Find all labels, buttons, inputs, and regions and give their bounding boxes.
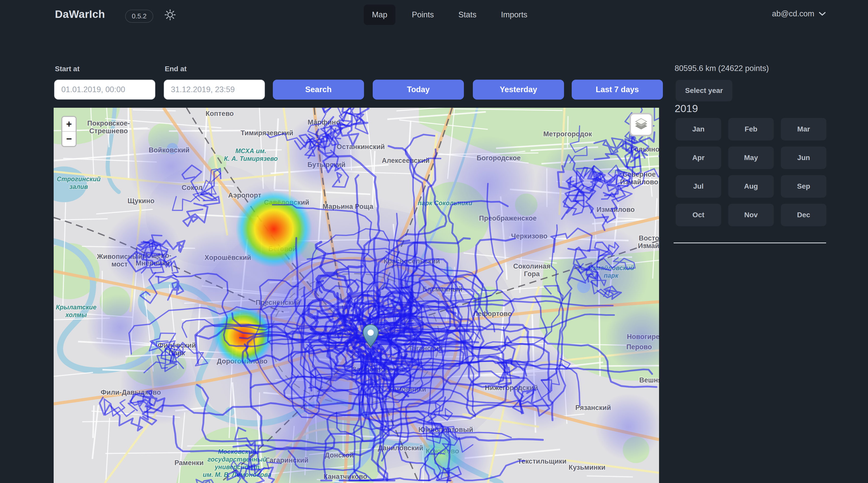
zoom-in-button[interactable]: + (62, 117, 75, 131)
app-logo[interactable]: DaWarIch (55, 8, 105, 21)
months-grid: Jan Feb Mar Apr May Jun Jul Aug Sep Oct … (676, 118, 826, 226)
end-at-label: End at (165, 65, 187, 73)
layers-icon (633, 117, 649, 133)
month-button-mar[interactable]: Mar (781, 118, 826, 140)
month-button-jun[interactable]: Jun (781, 147, 826, 169)
map-zoom-control: + − (61, 116, 76, 147)
month-button-apr[interactable]: Apr (676, 147, 721, 169)
user-menu[interactable]: ab@cd.com (772, 9, 826, 19)
map-label: Раменки (175, 459, 204, 466)
tab-map[interactable]: Map (364, 5, 396, 25)
tab-stats[interactable]: Stats (450, 5, 485, 25)
search-button[interactable]: Search (273, 79, 364, 100)
user-email: ab@cd.com (772, 9, 814, 19)
month-button-jul[interactable]: Jul (676, 175, 721, 198)
map-label: Кузьминки (569, 463, 606, 471)
theme-toggle-button[interactable] (164, 9, 176, 22)
panel-divider (674, 243, 826, 243)
start-at-label: Start at (55, 65, 80, 73)
map-label: ВосточноеИзмайлово (638, 234, 659, 250)
month-button-jan[interactable]: Jan (676, 118, 721, 140)
end-date-input[interactable] (164, 79, 265, 100)
month-button-sep[interactable]: Sep (781, 175, 826, 198)
month-button-aug[interactable]: Aug (728, 175, 774, 198)
start-date-input[interactable] (54, 79, 155, 100)
year-heading: 2019 (675, 103, 698, 115)
sun-icon (164, 9, 176, 22)
zoom-out-button[interactable]: − (62, 132, 75, 146)
yesterday-button[interactable]: Yesterday (473, 79, 564, 100)
distance-summary: 80595.6 km (24622 points) (675, 64, 769, 73)
map-label: Коптево (206, 110, 234, 118)
main-nav: Map Points Stats Imports (364, 5, 536, 25)
app-root: DaWarIch 0.5.2 Map Points Stats Imports … (0, 0, 868, 483)
map-canvas[interactable]: Покровское-СтрешневоКоптевоТимирязевский… (54, 108, 659, 483)
tab-points[interactable]: Points (404, 5, 442, 25)
tab-imports[interactable]: Imports (493, 5, 535, 25)
month-button-may[interactable]: May (728, 147, 774, 169)
layers-control-button[interactable] (629, 113, 653, 136)
month-button-oct[interactable]: Oct (676, 204, 721, 226)
select-year-button[interactable]: Select year (676, 80, 732, 101)
month-button-feb[interactable]: Feb (728, 118, 774, 140)
today-button[interactable]: Today (373, 79, 464, 100)
map-label: Вешняки (639, 376, 659, 384)
month-button-dec[interactable]: Dec (781, 204, 826, 226)
map-label: Покровское-Стрешнево (87, 120, 130, 135)
version-badge: 0.5.2 (125, 10, 153, 23)
month-button-nov[interactable]: Nov (728, 204, 774, 226)
last-7-days-button[interactable]: Last 7 days (572, 79, 663, 100)
map-label: Метрогородок (543, 130, 592, 138)
chevron-down-icon (818, 9, 826, 19)
